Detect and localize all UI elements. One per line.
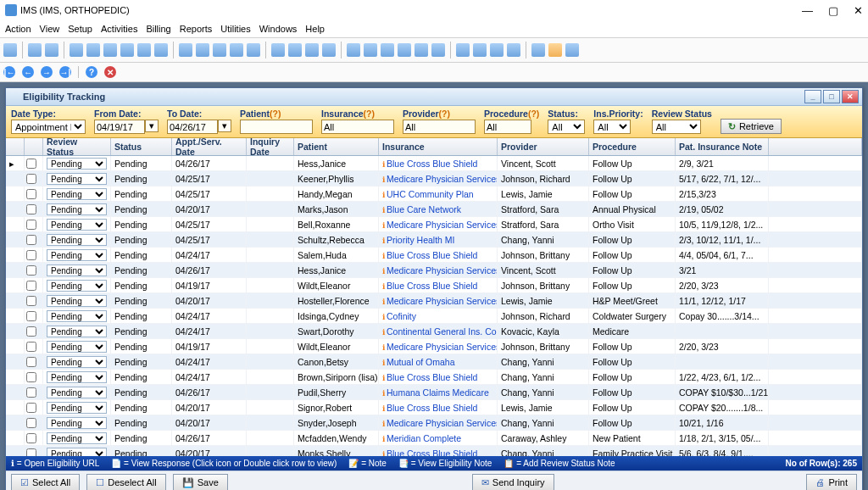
toolbar-icon[interactable] xyxy=(213,43,226,57)
cell-insurance[interactable]: Humana Claims Medicare xyxy=(379,385,498,399)
reviewstatus-dropdown[interactable]: Pending xyxy=(47,417,107,429)
reviewstatus-dropdown[interactable]: Pending xyxy=(47,173,107,185)
insurance-link[interactable]: Medicare Physician Services xyxy=(382,220,498,230)
insurance-link[interactable]: Medicare Physician Services xyxy=(382,342,498,352)
row-checkbox[interactable] xyxy=(26,311,36,321)
table-row[interactable]: 6PendingPending04/25/17Schultz,RebeccaPr… xyxy=(6,232,862,248)
toolbar-icon[interactable] xyxy=(137,43,151,57)
row-checkbox[interactable] xyxy=(26,342,36,352)
menu-reports[interactable]: Reports xyxy=(180,24,213,34)
from-date-picker-button[interactable]: ▾ xyxy=(145,120,159,132)
col-patient[interactable]: Patient xyxy=(294,138,379,155)
child-minimize-button[interactable]: _ xyxy=(804,90,821,103)
cell-reviewstatus[interactable]: Pending xyxy=(43,278,111,292)
toolbar-icon[interactable] xyxy=(45,43,58,57)
cell-reviewstatus[interactable]: Pending xyxy=(43,431,111,445)
maximize-button[interactable]: ▢ xyxy=(828,4,838,17)
insurance-link[interactable]: Blue Cross Blue Shield xyxy=(382,403,477,413)
row-checkbox[interactable] xyxy=(26,448,36,457)
cell-reviewstatus[interactable]: Pending xyxy=(43,309,111,323)
cell-insurance[interactable]: Blue Cross Blue Shield xyxy=(379,278,498,292)
row-checkbox[interactable] xyxy=(26,357,36,367)
toolbar-icon[interactable] xyxy=(347,43,360,57)
table-row[interactable]: 18PendingPending04/20/17Snyder,JosephMed… xyxy=(6,415,862,431)
table-row[interactable]: 4PendingPending04/20/17Marks,JasonBlue C… xyxy=(6,202,862,217)
row-checkbox[interactable] xyxy=(26,250,36,260)
row-checkbox[interactable] xyxy=(26,281,36,291)
toolbar-icon[interactable] xyxy=(288,43,302,57)
cell-insurance[interactable]: Meridian Complete xyxy=(379,431,498,445)
cell-insurance[interactable]: Blue Cross Blue Shield xyxy=(379,156,498,170)
insurance-link[interactable]: Blue Cross Blue Shield xyxy=(382,281,477,291)
insurance-link[interactable]: Continental General Ins. Company xyxy=(382,326,498,337)
col-procedure[interactable]: Procedure xyxy=(589,138,676,155)
insurance-link[interactable]: Mutual of Omaha xyxy=(382,357,455,367)
toolbar-icon[interactable] xyxy=(415,43,428,57)
grid-body[interactable]: ▸1PendingPending04/26/17Hess,JaniceBlue … xyxy=(6,156,862,456)
cell-reviewstatus[interactable]: Pending xyxy=(43,400,111,415)
reviewstatus-dropdown[interactable]: Pending xyxy=(47,371,107,383)
row-checkbox[interactable] xyxy=(26,433,36,443)
toolbar-icon[interactable] xyxy=(179,43,192,57)
row-checkbox[interactable] xyxy=(26,372,36,382)
cell-insurance[interactable]: Blue Cross Blue Shield xyxy=(379,248,498,262)
cell-insurance[interactable]: Medicare Physician Services xyxy=(379,293,498,308)
table-row[interactable]: 10PendingPending04/20/17Hosteller,Floren… xyxy=(6,293,862,309)
toolbar-icon[interactable] xyxy=(247,43,260,57)
table-row[interactable]: 8PendingPending04/26/17Hess,JaniceMedica… xyxy=(6,263,862,278)
cell-insurance[interactable]: Medicare Physician Services xyxy=(379,217,498,231)
cell-insurance[interactable]: Blue Cross Blue Shield xyxy=(379,370,498,384)
cell-reviewstatus[interactable]: Pending xyxy=(43,354,111,369)
menu-view[interactable]: View xyxy=(40,24,60,34)
cell-reviewstatus[interactable]: Pending xyxy=(43,171,111,186)
table-row[interactable]: 19PendingPending04/26/17Mcfadden,WendyMe… xyxy=(6,431,862,446)
row-checkbox[interactable] xyxy=(26,220,36,230)
toolbar-icon[interactable] xyxy=(28,43,42,57)
col-inquirydate[interactable]: Inquiry Date xyxy=(247,138,294,155)
reviewstatus-dropdown[interactable]: Pending xyxy=(47,188,107,200)
cell-insurance[interactable]: Continental General Ins. Company xyxy=(379,324,498,338)
row-checkbox[interactable] xyxy=(26,174,36,184)
reviewstatus-dropdown[interactable]: Pending xyxy=(47,448,107,457)
col-extra[interactable] xyxy=(769,138,862,155)
insurance-link[interactable]: Blue Cross Blue Shield xyxy=(382,372,477,382)
cell-reviewstatus[interactable]: Pending xyxy=(43,156,111,170)
insurance-link[interactable]: Blue Cross Blue Shield xyxy=(382,448,477,457)
insurance-link[interactable]: Cofinity xyxy=(382,311,416,321)
minimize-button[interactable]: — xyxy=(802,4,813,17)
toolbar-icon[interactable] xyxy=(230,43,243,57)
cell-insurance[interactable]: Blue Care Network xyxy=(379,202,498,216)
close-button[interactable]: ✕ xyxy=(854,4,863,17)
date-type-select[interactable]: Appointment Da xyxy=(11,120,86,134)
reviewstatus-dropdown[interactable]: Pending xyxy=(47,326,107,337)
inspriority-select[interactable]: All xyxy=(593,120,631,134)
toolbar-icon[interactable] xyxy=(381,43,394,57)
insurance-link[interactable]: Priority Health MI xyxy=(382,235,455,245)
cell-reviewstatus[interactable]: Pending xyxy=(43,415,111,430)
col-provider[interactable]: Provider xyxy=(498,138,589,155)
cell-insurance[interactable]: Medicare Physician Services xyxy=(379,339,498,354)
table-row[interactable]: 17PendingPending04/20/17Signor,RobertBlu… xyxy=(6,400,862,415)
menu-utilities[interactable]: Utilities xyxy=(220,24,250,34)
reviewstatus-dropdown[interactable]: Pending xyxy=(47,310,107,322)
toolbar-icon[interactable] xyxy=(565,43,579,57)
nav-last-icon[interactable]: →| xyxy=(59,66,71,78)
row-checkbox[interactable] xyxy=(26,265,36,276)
reviewstatus-dropdown[interactable]: Pending xyxy=(47,402,107,414)
patient-input[interactable] xyxy=(240,120,313,134)
cell-insurance[interactable]: Medicare Physician Services xyxy=(379,263,498,277)
nav-close-icon[interactable]: ✕ xyxy=(104,66,116,78)
col-status[interactable]: Status xyxy=(111,138,172,155)
insurance-link[interactable]: Medicare Physician Services xyxy=(382,174,498,184)
toolbar-icon[interactable] xyxy=(473,43,487,57)
row-checkbox[interactable] xyxy=(26,204,36,214)
col-apptdate[interactable]: Appt./Serv. Date xyxy=(172,138,247,155)
cell-reviewstatus[interactable]: Pending xyxy=(43,324,111,338)
cell-reviewstatus[interactable]: Pending xyxy=(43,187,111,201)
row-checkbox[interactable] xyxy=(26,296,36,306)
toolbar-icon[interactable] xyxy=(322,43,336,57)
reviewstatus-dropdown[interactable]: Pending xyxy=(47,264,107,276)
cell-reviewstatus[interactable]: Pending xyxy=(43,248,111,262)
nav-first-icon[interactable]: |← xyxy=(3,66,15,78)
menu-billing[interactable]: Billing xyxy=(146,24,170,34)
